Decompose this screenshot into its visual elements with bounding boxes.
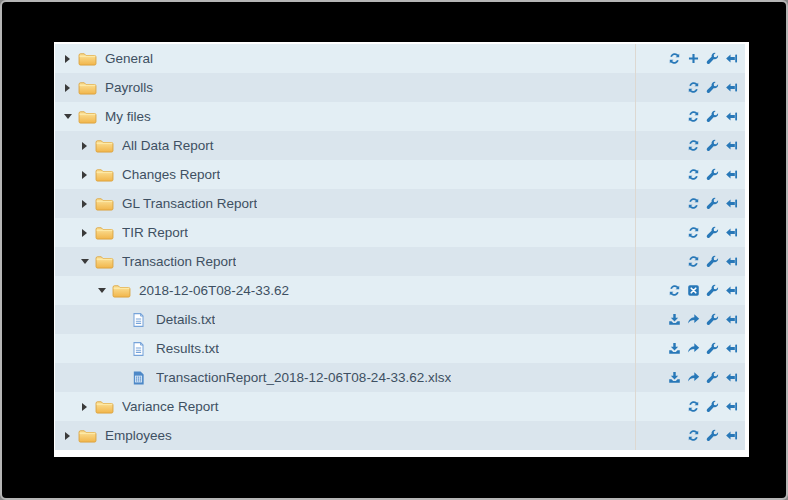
download-icon[interactable] bbox=[668, 313, 681, 326]
caret-right-icon[interactable] bbox=[77, 399, 92, 414]
wrench-icon[interactable] bbox=[706, 110, 719, 123]
row-actions bbox=[635, 363, 745, 392]
tree-node[interactable]: Variance Report bbox=[55, 392, 635, 421]
wrench-icon[interactable] bbox=[706, 342, 719, 355]
collapse-left-icon[interactable] bbox=[725, 429, 738, 442]
twisty-icon bbox=[111, 341, 126, 356]
file-tree: General Payrolls My files All Data Repor… bbox=[55, 44, 745, 450]
tree-row: Payrolls bbox=[55, 73, 745, 102]
wrench-icon[interactable] bbox=[706, 226, 719, 239]
refresh-icon[interactable] bbox=[668, 284, 681, 297]
tree-node[interactable]: Payrolls bbox=[55, 73, 635, 102]
refresh-icon[interactable] bbox=[668, 52, 681, 65]
wrench-icon[interactable] bbox=[706, 313, 719, 326]
tree-node[interactable]: TIR Report bbox=[55, 218, 635, 247]
refresh-icon[interactable] bbox=[687, 110, 700, 123]
forward-share-icon[interactable] bbox=[687, 313, 700, 326]
download-icon[interactable] bbox=[668, 371, 681, 384]
refresh-icon[interactable] bbox=[687, 197, 700, 210]
caret-down-icon[interactable] bbox=[77, 254, 92, 269]
node-label: Details.txt bbox=[156, 312, 215, 327]
caret-right-icon[interactable] bbox=[77, 138, 92, 153]
delete-x-icon[interactable] bbox=[687, 284, 700, 297]
tree-node[interactable]: GL Transaction Report bbox=[55, 189, 635, 218]
wrench-icon[interactable] bbox=[706, 371, 719, 384]
caret-down-icon[interactable] bbox=[60, 109, 75, 124]
refresh-icon[interactable] bbox=[687, 255, 700, 268]
tree-row: Employees bbox=[55, 421, 745, 450]
collapse-left-icon[interactable] bbox=[725, 197, 738, 210]
caret-down-icon[interactable] bbox=[94, 283, 109, 298]
collapse-left-icon[interactable] bbox=[725, 284, 738, 297]
wrench-icon[interactable] bbox=[706, 284, 719, 297]
node-label: Transaction Report bbox=[122, 254, 236, 269]
twisty-icon bbox=[111, 312, 126, 327]
caret-right-icon[interactable] bbox=[77, 167, 92, 182]
node-label: Results.txt bbox=[156, 341, 219, 356]
row-actions bbox=[635, 392, 745, 421]
wrench-icon[interactable] bbox=[706, 52, 719, 65]
wrench-icon[interactable] bbox=[706, 168, 719, 181]
folder-icon bbox=[94, 195, 115, 212]
wrench-icon[interactable] bbox=[706, 400, 719, 413]
collapse-left-icon[interactable] bbox=[725, 168, 738, 181]
collapse-left-icon[interactable] bbox=[725, 371, 738, 384]
tree-node[interactable]: TransactionReport_2018-12-06T08-24-33.62… bbox=[55, 363, 635, 392]
folder-icon bbox=[94, 137, 115, 154]
wrench-icon[interactable] bbox=[706, 81, 719, 94]
forward-share-icon[interactable] bbox=[687, 371, 700, 384]
download-icon[interactable] bbox=[668, 342, 681, 355]
plus-icon[interactable] bbox=[687, 52, 700, 65]
row-actions bbox=[635, 218, 745, 247]
node-label: TIR Report bbox=[122, 225, 188, 240]
row-actions bbox=[635, 131, 745, 160]
refresh-icon[interactable] bbox=[687, 168, 700, 181]
caret-right-icon[interactable] bbox=[60, 428, 75, 443]
wrench-icon[interactable] bbox=[706, 197, 719, 210]
caret-right-icon[interactable] bbox=[60, 51, 75, 66]
collapse-left-icon[interactable] bbox=[725, 52, 738, 65]
tree-node[interactable]: Transaction Report bbox=[55, 247, 635, 276]
node-label: Changes Report bbox=[122, 167, 220, 182]
tree-node[interactable]: Changes Report bbox=[55, 160, 635, 189]
collapse-left-icon[interactable] bbox=[725, 313, 738, 326]
row-actions bbox=[635, 305, 745, 334]
wrench-icon[interactable] bbox=[706, 255, 719, 268]
collapse-left-icon[interactable] bbox=[725, 81, 738, 94]
tree-node[interactable]: All Data Report bbox=[55, 131, 635, 160]
tree-node[interactable]: Results.txt bbox=[55, 334, 635, 363]
folder-icon bbox=[77, 427, 98, 444]
tree-row: GL Transaction Report bbox=[55, 189, 745, 218]
twisty-icon bbox=[111, 370, 126, 385]
refresh-icon[interactable] bbox=[687, 429, 700, 442]
tree-node[interactable]: 2018-12-06T08-24-33.62 bbox=[55, 276, 635, 305]
forward-share-icon[interactable] bbox=[687, 342, 700, 355]
refresh-icon[interactable] bbox=[687, 139, 700, 152]
node-label: TransactionReport_2018-12-06T08-24-33.62… bbox=[156, 370, 451, 385]
collapse-left-icon[interactable] bbox=[725, 226, 738, 239]
folder-icon bbox=[94, 253, 115, 270]
refresh-icon[interactable] bbox=[687, 81, 700, 94]
row-actions bbox=[635, 334, 745, 363]
refresh-icon[interactable] bbox=[687, 400, 700, 413]
tree-node[interactable]: Employees bbox=[55, 421, 635, 450]
wrench-icon[interactable] bbox=[706, 429, 719, 442]
tree-row: TIR Report bbox=[55, 218, 745, 247]
refresh-icon[interactable] bbox=[687, 226, 700, 239]
caret-right-icon[interactable] bbox=[60, 80, 75, 95]
collapse-left-icon[interactable] bbox=[725, 255, 738, 268]
collapse-left-icon[interactable] bbox=[725, 110, 738, 123]
row-actions bbox=[635, 276, 745, 305]
caret-right-icon[interactable] bbox=[77, 196, 92, 211]
caret-right-icon[interactable] bbox=[77, 225, 92, 240]
collapse-left-icon[interactable] bbox=[725, 139, 738, 152]
collapse-left-icon[interactable] bbox=[725, 342, 738, 355]
wrench-icon[interactable] bbox=[706, 139, 719, 152]
tree-node[interactable]: My files bbox=[55, 102, 635, 131]
folder-icon bbox=[77, 108, 98, 125]
tree-node[interactable]: General bbox=[55, 44, 635, 73]
tree-node[interactable]: Details.txt bbox=[55, 305, 635, 334]
excel-file-icon bbox=[128, 369, 149, 386]
tree-row: All Data Report bbox=[55, 131, 745, 160]
collapse-left-icon[interactable] bbox=[725, 400, 738, 413]
